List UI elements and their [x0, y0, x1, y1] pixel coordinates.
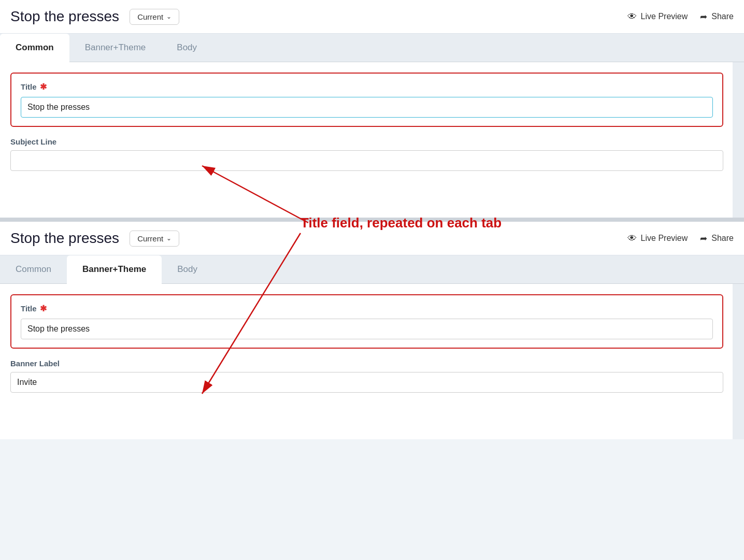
content-area-2: Title ✱ Banner Label [0, 284, 744, 439]
subject-line-field-group: Subject Line [10, 137, 723, 171]
current-dropdown-2[interactable]: Current ⌄ [130, 231, 179, 247]
page-title-1: Stop the presses [10, 8, 119, 25]
panel-2: Stop the presses Current ⌄ 👁 Live Previe… [0, 222, 744, 439]
content-area-1: Title ✱ Subject Line [0, 62, 744, 218]
subject-line-label: Subject Line [10, 137, 723, 146]
eye-icon-1: 👁 [627, 11, 637, 22]
tab-common-2[interactable]: Common [0, 255, 67, 283]
title-input-2[interactable] [21, 319, 713, 339]
share-button-1[interactable]: ➦ Share [700, 11, 734, 22]
right-side-hint-1 [733, 62, 744, 218]
banner-label-field-group: Banner Label [10, 359, 723, 393]
tab-bar-1: Common Banner+Theme Body [0, 34, 744, 62]
panel-divider [0, 218, 744, 222]
share-icon-1: ➦ [700, 11, 707, 22]
required-star-2: ✱ [40, 304, 47, 313]
live-preview-button-2[interactable]: 👁 Live Preview [627, 233, 688, 244]
share-label-2: Share [711, 234, 734, 243]
current-dropdown-1[interactable]: Current ⌄ [130, 9, 179, 25]
live-preview-label-1: Live Preview [641, 12, 688, 21]
subject-line-input[interactable] [10, 150, 723, 171]
share-icon-2: ➦ [700, 233, 707, 244]
chevron-down-icon-1: ⌄ [166, 13, 171, 20]
current-dropdown-label-2: Current [137, 234, 163, 243]
share-button-2[interactable]: ➦ Share [700, 233, 734, 244]
banner-label-label: Banner Label [10, 359, 723, 368]
tab-body-1[interactable]: Body [161, 34, 212, 62]
share-label-1: Share [711, 12, 734, 21]
title-label-1: Title ✱ [21, 82, 713, 92]
banner-label-input[interactable] [10, 372, 723, 393]
title-field-group-2: Title ✱ [10, 294, 723, 349]
title-label-2: Title ✱ [21, 304, 713, 313]
right-side-hint-2 [733, 284, 744, 439]
tab-banner-theme-2[interactable]: Banner+Theme [67, 255, 162, 283]
header-actions-2: 👁 Live Preview ➦ Share [627, 233, 734, 244]
title-input-1[interactable] [21, 97, 713, 118]
eye-icon-2: 👁 [627, 233, 637, 244]
tab-banner-theme-1[interactable]: Banner+Theme [69, 34, 162, 62]
chevron-down-icon-2: ⌄ [166, 235, 171, 242]
panel-1: Stop the presses Current ⌄ 👁 Live Previe… [0, 0, 744, 218]
tab-body-2[interactable]: Body [162, 255, 213, 283]
tab-common-1[interactable]: Common [0, 34, 69, 62]
header-bar-1: Stop the presses Current ⌄ 👁 Live Previe… [0, 0, 744, 34]
header-actions-1: 👁 Live Preview ➦ Share [627, 11, 734, 22]
page-title-2: Stop the presses [10, 230, 119, 247]
title-field-group-1: Title ✱ [10, 73, 723, 127]
live-preview-button-1[interactable]: 👁 Live Preview [627, 11, 688, 22]
tab-bar-2: Common Banner+Theme Body [0, 255, 744, 284]
current-dropdown-label-1: Current [137, 12, 163, 21]
header-bar-2: Stop the presses Current ⌄ 👁 Live Previe… [0, 222, 744, 255]
required-star-1: ✱ [40, 82, 47, 92]
live-preview-label-2: Live Preview [641, 234, 688, 243]
